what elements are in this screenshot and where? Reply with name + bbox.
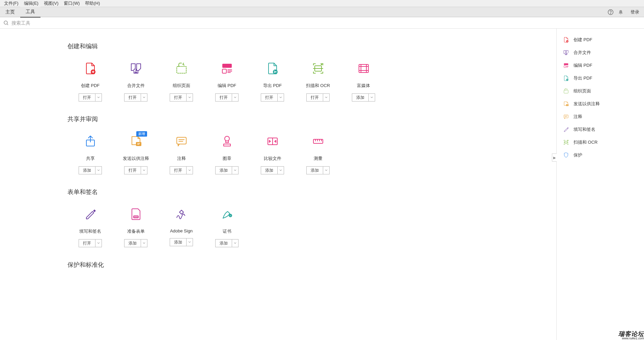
tool-dropdown-button[interactable]	[187, 167, 193, 174]
sidebar-collapse-button[interactable]: ▶	[552, 153, 557, 162]
tool-compare: 比较文件添加	[250, 133, 295, 174]
certificates-icon	[219, 206, 235, 222]
tool-dropdown-button[interactable]	[323, 94, 329, 101]
tool-dropdown-button[interactable]	[141, 239, 147, 247]
sidebar-item-export-pdf[interactable]: 0 40">导出 PDF	[557, 72, 644, 85]
tool-open-button[interactable]: 打开	[216, 94, 232, 101]
tool-label: 图章	[223, 155, 231, 162]
tool-add-button[interactable]: 添加	[307, 167, 323, 174]
sidebar-item-organize[interactable]: 0 40">组织页面	[557, 85, 644, 97]
fill-sign-icon: 0 40">	[563, 126, 569, 133]
fill-sign-icon	[82, 206, 99, 222]
svg-rect-21	[564, 63, 568, 65]
sidebar-item-scan-ocr[interactable]: 0 40">扫描和 OCR	[557, 136, 644, 149]
svg-rect-11	[359, 64, 368, 73]
tab-tools[interactable]: 工具	[20, 7, 40, 18]
sidebar-item-send-comments[interactable]: 0 40">发送以供注释	[557, 97, 644, 110]
menu-edit[interactable]: 编辑(E)	[21, 0, 41, 7]
tool-open-button[interactable]: 打开	[261, 94, 278, 101]
sidebar-item-label: 组织页面	[573, 88, 591, 94]
tool-label: 比较文件	[264, 155, 281, 162]
sidebar-item-comment[interactable]: 0 40">注释	[557, 110, 644, 123]
tool-comment: 注释打开	[159, 133, 204, 174]
tool-label: 发送以供注释	[123, 155, 149, 162]
tool-edit-pdf: 编辑 PDF打开	[204, 60, 250, 102]
sidebar-item-protect[interactable]: 0 40">保护	[557, 149, 644, 162]
tool-measure: 测量添加	[295, 133, 341, 174]
tool-dropdown-button[interactable]	[232, 239, 238, 247]
help-icon[interactable]	[606, 7, 616, 17]
menu-file[interactable]: 文件(F)	[1, 0, 21, 7]
sidebar-item-edit-pdf[interactable]: 0 40">编辑 PDF	[557, 59, 644, 72]
tool-open-button[interactable]: 打开	[79, 239, 95, 247]
tool-button-group: 添加	[124, 239, 147, 247]
menu-window[interactable]: 窗口(W)	[61, 0, 82, 7]
tool-open-button[interactable]: 打开	[307, 94, 323, 101]
sidebar: ▶ 0 40">创建 PDF0 40">合并文件0 40">编辑 PDF0 40…	[556, 29, 644, 340]
tool-add-button[interactable]: 添加	[216, 167, 232, 174]
tool-dropdown-button[interactable]	[95, 239, 102, 247]
compare-icon	[264, 133, 281, 149]
search-input[interactable]	[11, 20, 641, 26]
tab-home[interactable]: 主页	[0, 7, 20, 17]
tool-open-button[interactable]: 打开	[170, 167, 187, 174]
sidebar-item-label: 扫描和 OCR	[573, 139, 598, 145]
tool-dropdown-button[interactable]	[95, 167, 102, 174]
section-title-forms_sign: 表单和签名	[67, 188, 536, 196]
export-pdf-icon: 0 40">	[563, 75, 569, 82]
tool-dropdown-button[interactable]	[278, 94, 284, 101]
tool-button-group: 打开	[215, 93, 239, 102]
svg-point-19	[229, 214, 232, 217]
scan-ocr-icon	[310, 60, 326, 77]
tool-certificates: 证书添加	[204, 206, 250, 247]
tool-dropdown-button[interactable]	[369, 94, 375, 101]
login-button[interactable]: 登录	[626, 7, 644, 17]
search-icon	[3, 20, 9, 26]
tool-fill-sign: 填写和签名打开	[67, 206, 113, 247]
prepare-form-icon	[128, 206, 144, 222]
tool-open-button[interactable]: 打开	[170, 94, 187, 101]
tool-label: 富媒体	[357, 83, 370, 89]
tool-add-button[interactable]: 添加	[170, 238, 187, 246]
tool-label: 测量	[314, 155, 323, 162]
tool-open-button[interactable]: 打开	[124, 94, 141, 101]
tool-stamp: 图章添加	[204, 133, 250, 174]
tool-add-button[interactable]: 添加	[261, 167, 278, 174]
tool-label: 创建 PDF	[81, 83, 100, 89]
tool-open-button[interactable]: 打开	[79, 94, 95, 101]
send-comments-icon: 0 40">	[563, 101, 569, 107]
section-title-share_review: 共享并审阅	[67, 115, 536, 123]
svg-point-9	[321, 64, 322, 65]
sidebar-item-combine[interactable]: 0 40">合并文件	[557, 46, 644, 59]
tool-label: 扫描和 OCR	[306, 83, 330, 89]
tool-dropdown-button[interactable]	[95, 94, 102, 101]
tool-add-button[interactable]: 添加	[352, 94, 369, 101]
menu-view[interactable]: 视图(V)	[41, 0, 61, 7]
adobe-sign-icon	[173, 206, 190, 222]
tool-combine: 合并文件打开	[113, 60, 159, 102]
sidebar-item-create-pdf[interactable]: 0 40">创建 PDF	[557, 33, 644, 46]
tool-dropdown-button[interactable]	[187, 238, 193, 246]
tool-dropdown-button[interactable]	[232, 167, 238, 174]
tool-dropdown-button[interactable]	[187, 94, 193, 101]
tool-add-button[interactable]: 添加	[216, 239, 232, 247]
tool-add-button[interactable]: 添加	[79, 167, 95, 174]
bell-icon[interactable]	[616, 7, 626, 17]
tool-open-button[interactable]: 打开	[124, 167, 141, 174]
tool-button-group: 打开	[170, 93, 193, 102]
tool-dropdown-button[interactable]	[141, 167, 147, 174]
tool-label: 导出 PDF	[263, 83, 282, 89]
tool-dropdown-button[interactable]	[232, 94, 238, 101]
tool-prepare-form: 准备表单添加	[113, 206, 159, 247]
combine-icon	[128, 60, 144, 77]
tool-dropdown-button[interactable]	[278, 167, 284, 174]
menu-help[interactable]: 帮助(H)	[82, 0, 103, 7]
tool-add-button[interactable]: 添加	[124, 239, 141, 247]
svg-rect-22	[564, 66, 566, 67]
tool-button-group: 打开	[124, 166, 147, 174]
tool-dropdown-button[interactable]	[323, 167, 329, 174]
tool-dropdown-button[interactable]	[141, 94, 147, 101]
comment-icon: 0 40">	[563, 113, 569, 120]
section-title-protect: 保护和标准化	[67, 261, 536, 269]
sidebar-item-fill-sign[interactable]: 0 40">填写和签名	[557, 123, 644, 136]
